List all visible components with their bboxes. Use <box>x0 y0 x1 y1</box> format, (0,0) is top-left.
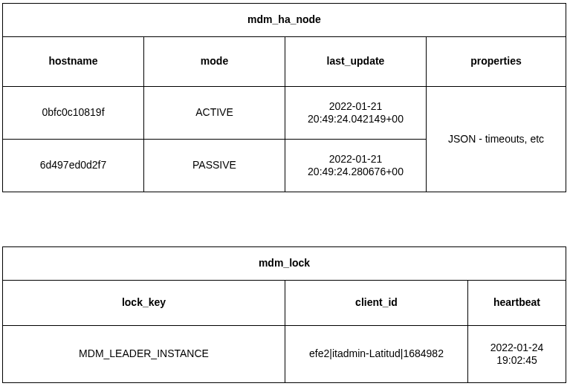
cell-hostname: 0bfc0c10819f <box>3 87 144 140</box>
table-title-row: mdm_ha_node <box>3 4 566 37</box>
mdm-lock-table: mdm_lock lock_key client_id heartbeat MD… <box>2 246 566 383</box>
cell-hostname: 6d497ed0d2f7 <box>3 140 144 192</box>
mdm-ha-node-title: mdm_ha_node <box>3 4 566 37</box>
cell-client-id: efe2|itadmin-Latitud|1684982 <box>285 326 468 383</box>
cell-lock-key: MDM_LEADER_INSTANCE <box>3 326 285 383</box>
cell-last-update: 2022-01-21 20:49:24.042149+00 <box>285 87 427 140</box>
table-title-row: mdm_lock <box>3 247 566 281</box>
col-last-update: last_update <box>285 37 427 87</box>
col-hostname: hostname <box>3 37 144 87</box>
col-lock-key: lock_key <box>3 281 285 326</box>
col-properties: properties <box>427 37 566 87</box>
table-header-row: hostname mode last_update properties <box>3 37 566 87</box>
col-mode: mode <box>144 37 285 87</box>
canvas: mdm_ha_node hostname mode last_update pr… <box>0 0 570 392</box>
col-client-id: client_id <box>285 281 468 326</box>
cell-last-update: 2022-01-21 20:49:24.280676+00 <box>285 140 427 192</box>
table-row: MDM_LEADER_INSTANCE efe2|itadmin-Latitud… <box>3 326 566 383</box>
cell-heartbeat: 2022-01-24 19:02:45 <box>468 326 566 383</box>
col-heartbeat: heartbeat <box>468 281 566 326</box>
table-row: 0bfc0c10819f ACTIVE 2022-01-21 20:49:24.… <box>3 87 566 140</box>
table-header-row: lock_key client_id heartbeat <box>3 281 566 326</box>
cell-mode: PASSIVE <box>144 140 285 192</box>
cell-mode: ACTIVE <box>144 87 285 140</box>
mdm-ha-node-table: mdm_ha_node hostname mode last_update pr… <box>2 3 566 192</box>
mdm-lock-title: mdm_lock <box>3 247 566 281</box>
cell-properties-merged: JSON - timeouts, etc <box>427 87 566 192</box>
